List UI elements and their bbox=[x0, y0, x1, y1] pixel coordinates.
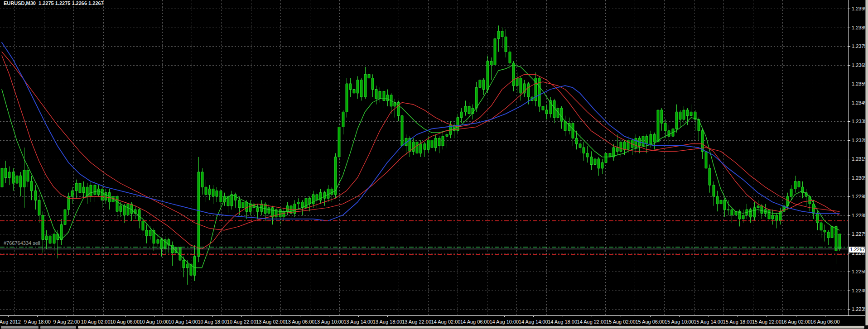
chart-title: EURUSD,M30 1.2275 1.2275 1.2266 1.2267 bbox=[4, 0, 104, 6]
order-label: #766764334 sell bbox=[4, 240, 40, 246]
price-axis-label: 1.2275 bbox=[852, 231, 867, 237]
time-axis-label: 14 Aug 06:00 bbox=[460, 319, 490, 324]
price-axis-label: 1.2395 bbox=[852, 6, 867, 11]
time-axis-label: 9 Aug 18:00 bbox=[24, 319, 51, 324]
time-axis-label: 15 Aug 06:00 bbox=[635, 319, 665, 324]
price-axis-label: 1.2315 bbox=[852, 156, 867, 162]
time-axis-label: 14 Aug 10:00 bbox=[489, 319, 519, 324]
price-axis-label: 1.2245 bbox=[852, 288, 867, 293]
time-axis-label: 14 Aug 18:00 bbox=[548, 319, 577, 324]
time-axis-label: 10 Aug 22:00 bbox=[227, 319, 256, 324]
horizontal-scrollbar[interactable] bbox=[0, 325, 868, 329]
chart-window: 1.23951.23851.23751.23651.23551.23451.23… bbox=[0, 0, 868, 329]
time-axis-label: 15 Aug 14:00 bbox=[694, 319, 723, 324]
time-axis-label: 15 Aug 02:00 bbox=[606, 319, 636, 324]
time-axis-label: 9 Aug 2012 bbox=[0, 319, 21, 324]
candlestick-chart[interactable]: 1.23951.23851.23751.23651.23551.23451.23… bbox=[0, 0, 868, 329]
price-axis-label: 1.2335 bbox=[852, 119, 867, 124]
current-price-tag: 1.2267 bbox=[849, 247, 866, 253]
price-axis-label: 1.2345 bbox=[852, 100, 867, 105]
time-axis-label: 10 Aug 02:00 bbox=[81, 319, 111, 324]
time-axis-label: 13 Aug 14:00 bbox=[343, 319, 373, 324]
time-axis-label: 10 Aug 14:00 bbox=[169, 319, 198, 324]
scrollbar-segment[interactable] bbox=[40, 326, 76, 329]
time-axis-label: 10 Aug 06:00 bbox=[110, 319, 140, 324]
price-axis-label: 1.2235 bbox=[852, 306, 867, 312]
time-axis-label: 10 Aug 18:00 bbox=[198, 319, 227, 324]
time-axis-label: 15 Aug 22:00 bbox=[752, 319, 781, 324]
time-axis-label: 14 Aug 02:00 bbox=[431, 319, 461, 324]
time-axis-label: 9 Aug 22:00 bbox=[53, 319, 80, 324]
time-axis-label: 14 Aug 14:00 bbox=[519, 319, 548, 324]
time-axis-label: 15 Aug 18:00 bbox=[723, 319, 752, 324]
time-axis-label: 13 Aug 10:00 bbox=[314, 319, 344, 324]
vertical-scrollbar[interactable] bbox=[865, 0, 868, 329]
price-axis-label: 1.2385 bbox=[852, 25, 867, 30]
scrollbar-thumb[interactable] bbox=[78, 326, 864, 329]
time-axis-label: 16 Aug 06:00 bbox=[810, 319, 840, 324]
time-axis-label: 14 Aug 22:00 bbox=[577, 319, 607, 324]
time-axis-label: 13 Aug 02:00 bbox=[256, 319, 285, 324]
time-axis-label: 13 Aug 18:00 bbox=[373, 319, 402, 324]
price-axis-label: 1.2325 bbox=[852, 138, 867, 143]
price-axis-label: 1.2305 bbox=[852, 175, 867, 181]
price-axis-label: 1.2355 bbox=[852, 81, 867, 86]
time-axis-label: 15 Aug 10:00 bbox=[665, 319, 694, 324]
time-axis-label: 13 Aug 22:00 bbox=[402, 319, 431, 324]
price-axis-label: 1.2255 bbox=[852, 269, 867, 274]
price-axis-label: 1.2295 bbox=[852, 194, 867, 199]
time-axis-label: 13 Aug 06:00 bbox=[285, 319, 315, 324]
price-axis-label: 1.2365 bbox=[852, 62, 867, 68]
time-axis-label: 10 Aug 10:00 bbox=[140, 319, 169, 324]
scrollbar-segment[interactable] bbox=[1, 326, 39, 329]
price-axis-label: 1.2285 bbox=[852, 213, 867, 218]
time-axis-label: 16 Aug 02:00 bbox=[781, 319, 810, 324]
price-axis-label: 1.2375 bbox=[852, 43, 867, 49]
